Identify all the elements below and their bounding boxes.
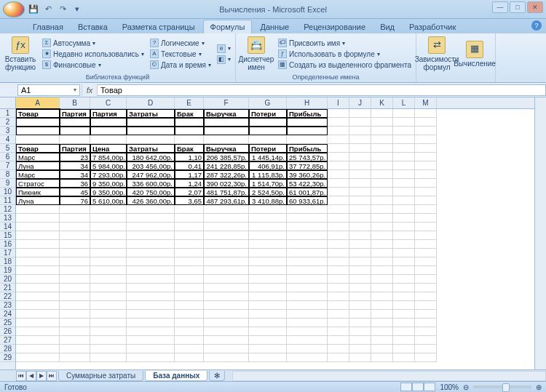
- cell[interactable]: [60, 214, 90, 223]
- cell[interactable]: [16, 319, 60, 327]
- cell[interactable]: [204, 135, 249, 144]
- cell[interactable]: [60, 205, 90, 214]
- sheet-last-icon[interactable]: ⏭: [47, 371, 57, 381]
- cell[interactable]: [415, 284, 437, 292]
- cell[interactable]: [127, 205, 175, 214]
- cell[interactable]: [204, 301, 249, 310]
- cell[interactable]: [60, 266, 90, 275]
- cell[interactable]: [90, 336, 127, 345]
- cell[interactable]: [90, 135, 127, 144]
- qat-more-icon[interactable]: ▾: [71, 4, 83, 15]
- cell[interactable]: [415, 223, 437, 231]
- cell[interactable]: 1 445,14р.: [249, 153, 287, 161]
- cell[interactable]: [249, 327, 287, 336]
- cell[interactable]: [328, 336, 349, 345]
- insert-function-button[interactable]: ƒx Вставить функцию: [3, 35, 38, 73]
- cell[interactable]: [204, 118, 249, 127]
- cell[interactable]: [175, 301, 204, 310]
- cell[interactable]: [249, 257, 287, 266]
- cell[interactable]: [249, 240, 287, 249]
- cell[interactable]: [393, 257, 415, 266]
- cell[interactable]: 180 642,00р.: [127, 153, 175, 161]
- cell[interactable]: [328, 319, 349, 327]
- row-header[interactable]: 17: [0, 249, 15, 257]
- cell[interactable]: 287 322,26р.: [204, 170, 249, 179]
- cell[interactable]: [175, 266, 204, 275]
- cell[interactable]: [175, 231, 204, 240]
- office-button[interactable]: [3, 1, 25, 17]
- cell[interactable]: [287, 310, 328, 319]
- cell[interactable]: [127, 301, 175, 310]
- cell[interactable]: Товар: [16, 144, 60, 153]
- cell[interactable]: [249, 292, 287, 301]
- cell[interactable]: [204, 249, 249, 257]
- cell[interactable]: [371, 240, 393, 249]
- cell[interactable]: [349, 284, 371, 292]
- cell[interactable]: 76: [60, 196, 90, 205]
- cell[interactable]: 5 984,00р.: [90, 161, 127, 170]
- cell[interactable]: [90, 327, 127, 336]
- cell[interactable]: [349, 196, 371, 205]
- cell[interactable]: [60, 292, 90, 301]
- cell[interactable]: [175, 240, 204, 249]
- cell[interactable]: [415, 319, 437, 327]
- cell[interactable]: [287, 223, 328, 231]
- cell[interactable]: [16, 223, 60, 231]
- sheet-first-icon[interactable]: ⏮: [16, 371, 26, 381]
- cell[interactable]: 34: [60, 170, 90, 179]
- minimize-button[interactable]: —: [492, 1, 508, 13]
- cell[interactable]: [371, 353, 393, 362]
- cell[interactable]: [175, 336, 204, 345]
- cell[interactable]: 1 514,70р.: [249, 179, 287, 188]
- cell[interactable]: [90, 284, 127, 292]
- cell[interactable]: [204, 353, 249, 362]
- cell[interactable]: [328, 249, 349, 257]
- cell[interactable]: [249, 319, 287, 327]
- tab-home[interactable]: Главная: [26, 20, 70, 33]
- name-manager-button[interactable]: 📇 Диспетчер имен: [239, 35, 274, 73]
- cell[interactable]: [415, 231, 437, 240]
- cell[interactable]: 1,17: [175, 170, 204, 179]
- cell[interactable]: [249, 135, 287, 144]
- row-header[interactable]: 5: [0, 144, 15, 153]
- cell[interactable]: [393, 179, 415, 188]
- cell[interactable]: [349, 310, 371, 319]
- cell[interactable]: Марс: [16, 153, 60, 161]
- cell[interactable]: 0,41: [175, 161, 204, 170]
- cell[interactable]: [349, 214, 371, 223]
- cell[interactable]: 7 854,00р.: [90, 153, 127, 161]
- cell[interactable]: [127, 310, 175, 319]
- cell[interactable]: [415, 292, 437, 301]
- cell[interactable]: [393, 345, 415, 353]
- cell[interactable]: [127, 127, 175, 135]
- cell[interactable]: [16, 231, 60, 240]
- cell[interactable]: [328, 214, 349, 223]
- cell[interactable]: [371, 231, 393, 240]
- cell[interactable]: [371, 310, 393, 319]
- row-header[interactable]: 3: [0, 127, 15, 135]
- cell[interactable]: [204, 319, 249, 327]
- row-header[interactable]: 24: [0, 310, 15, 319]
- tab-formulas[interactable]: Формулы: [203, 20, 253, 33]
- row-header[interactable]: 13: [0, 214, 15, 223]
- cell[interactable]: Выручка: [204, 109, 249, 118]
- cell[interactable]: [16, 275, 60, 284]
- sheet-prev-icon[interactable]: ◀: [26, 371, 36, 381]
- cell[interactable]: [393, 266, 415, 275]
- cell[interactable]: [204, 310, 249, 319]
- vertical-scrollbar[interactable]: [534, 97, 546, 369]
- more-functions-button[interactable]: θ: [215, 44, 232, 54]
- cell[interactable]: [328, 257, 349, 266]
- cell[interactable]: [371, 266, 393, 275]
- cell[interactable]: [349, 353, 371, 362]
- cell[interactable]: [204, 231, 249, 240]
- cell[interactable]: [90, 214, 127, 223]
- cell[interactable]: [415, 327, 437, 336]
- cell[interactable]: 9 350,00р.: [90, 188, 127, 196]
- cell[interactable]: [90, 257, 127, 266]
- text-button[interactable]: AТекстовые: [149, 49, 213, 59]
- row-header[interactable]: 15: [0, 231, 15, 240]
- cell[interactable]: [328, 223, 349, 231]
- select-all-corner[interactable]: [0, 97, 15, 109]
- cell[interactable]: 36: [60, 179, 90, 188]
